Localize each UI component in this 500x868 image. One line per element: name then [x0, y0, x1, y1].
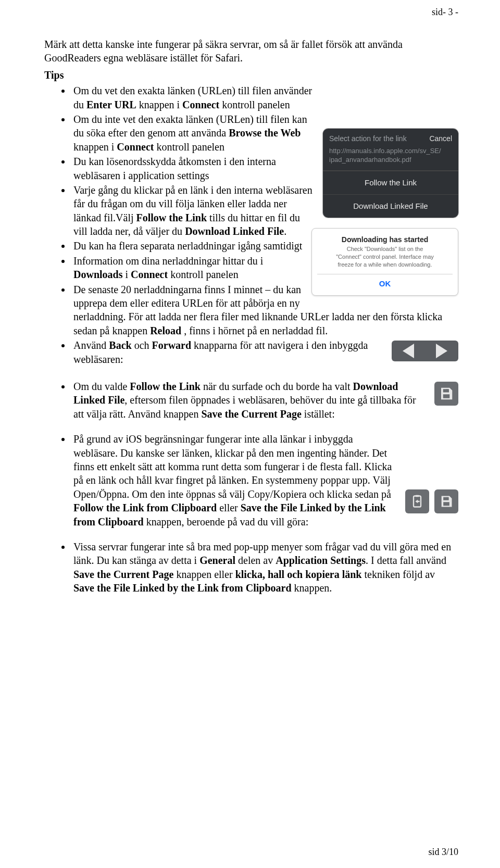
emph: klicka, hall och kopiera länk — [235, 569, 362, 580]
text: Du kan ha flera separata nerladdningar i… — [73, 240, 302, 251]
list-item: Vissa servrar fungerar inte så bra med p… — [71, 540, 458, 595]
link-action-dialog-figure: Select action for the link Cancel http:/… — [323, 129, 458, 218]
document-page: sid- 3 - Märk att detta kanske inte fung… — [0, 0, 500, 868]
tips-list-3: På grund av iOS begränsningar fungerar i… — [44, 432, 458, 529]
link-action-dialog: Select action for the link Cancel http:/… — [323, 129, 458, 218]
list-item: Information om dina nerladdningar hittar… — [71, 254, 323, 282]
text: kontroll panelen — [219, 99, 290, 110]
text: , finns i hörnet på en nerladdad fil. — [181, 325, 328, 336]
list-item: Om du vet den exakta länken (URLen) till… — [71, 84, 458, 111]
text: Om du valde — [73, 381, 130, 392]
toast-line2: "Connect" control panel. Interface may — [317, 253, 453, 261]
emph: Follow the Link — [130, 381, 201, 392]
emph: Forward — [152, 339, 192, 351]
text: i — [122, 269, 131, 280]
emph: Download Linked File — [185, 225, 284, 237]
save-page-icon-figure — [434, 382, 458, 406]
emph: Application Settings — [276, 555, 366, 566]
follow-link-clipboard-button[interactable] — [405, 489, 429, 513]
emph: Browse the Web — [229, 127, 301, 139]
emph: Follow the Link from Clipboard — [73, 502, 217, 513]
toast-title: Downloading has started — [317, 235, 453, 244]
text: och — [132, 339, 152, 351]
intro-text: Märk att detta kanske inte fungerar på s… — [44, 39, 403, 64]
text: kontroll panelen — [154, 141, 224, 153]
forward-icon[interactable] — [436, 344, 447, 358]
clipboard-arrow-icon — [410, 494, 424, 509]
text: Du kan lösenordsskydda åtkomsten i den i… — [73, 156, 276, 181]
dialog-cancel[interactable]: Cancel — [429, 134, 452, 143]
emph: Follow the Link — [136, 212, 207, 223]
text: På grund av iOS begränsningar fungerar i… — [73, 433, 392, 500]
text: eller — [217, 502, 241, 513]
list-item: Använd Back och Forward knapparna för at… — [71, 338, 458, 366]
tips-list: Om du vet den exakta länken (URLen) till… — [44, 84, 458, 366]
footer-page-number: sid 3/10 — [428, 846, 458, 859]
text: knappen i — [73, 141, 117, 153]
dialog-url-line1: http://manuals.info.apple.com/sv_SE/ — [329, 147, 452, 156]
dialog-url-line2: ipad_anvandarhandbok.pdf — [329, 156, 452, 165]
intro-paragraph: Märk att detta kanske inte fungerar på s… — [44, 37, 458, 65]
save-link-clipboard-button[interactable] — [434, 489, 458, 513]
download-toast-figure: Downloading has started Check "Downloads… — [311, 228, 458, 296]
list-item: På grund av iOS begränsningar fungerar i… — [71, 432, 458, 529]
text: tekniken följd av — [362, 569, 435, 580]
emph: Save the Current Page — [201, 408, 301, 420]
list-item: Om du valde Follow the Link när du surfa… — [71, 380, 458, 421]
clipboard-floppy-icon — [439, 494, 454, 509]
emph: Enter URL — [86, 99, 136, 110]
emph: Back — [109, 339, 131, 351]
emph: Connect — [117, 141, 154, 153]
toast-line3: freeze for a while when downloading. — [317, 261, 453, 269]
emph: General — [199, 555, 235, 566]
text: knappen. — [292, 582, 332, 594]
text: . I detta fall använd — [366, 555, 446, 566]
text: istället: — [302, 408, 335, 420]
emph: Save the File Linked by the Link from Cl… — [73, 582, 292, 594]
tips-list-4: Vissa servrar fungerar inte så bra med p… — [44, 540, 458, 595]
clipboard-icons-figure — [405, 489, 458, 513]
emph: Save the Current Page — [73, 569, 173, 580]
emph: Downloads — [73, 269, 122, 280]
download-toast: Downloading has started Check "Downloads… — [311, 228, 458, 296]
text: Information om dina nerladdningar hittar… — [73, 255, 263, 267]
text: när du surfade och du borde ha valt — [201, 381, 353, 392]
svg-rect-3 — [446, 497, 447, 500]
back-icon[interactable] — [403, 344, 414, 358]
tips-list-2: Om du valde Follow the Link när du surfa… — [44, 380, 458, 421]
svg-rect-2 — [416, 495, 419, 497]
emph: Reload — [150, 325, 181, 336]
text: knappen i — [136, 99, 182, 110]
svg-rect-0 — [446, 389, 448, 392]
text: . — [284, 225, 286, 237]
text: kontroll panelen — [168, 269, 239, 280]
toast-line1: Check "Downloads" list on the — [317, 245, 453, 253]
header-page-number: sid- 3 - — [432, 6, 458, 19]
emph: Connect — [182, 99, 219, 110]
floppy-disk-icon[interactable] — [439, 386, 454, 401]
emph: Connect — [131, 269, 168, 280]
dialog-title: Select action for the link — [329, 134, 407, 143]
tips-heading: Tips — [44, 68, 458, 82]
list-item: Varje gång du klickar på en länk i den i… — [71, 183, 323, 238]
text: delen av — [235, 555, 276, 566]
nav-buttons-figure — [392, 341, 458, 361]
toast-ok-button[interactable]: OK — [317, 274, 453, 289]
text: knappen eller — [173, 569, 235, 580]
text: Använd — [73, 339, 109, 351]
dialog-download-linked-file[interactable]: Download Linked File — [323, 194, 458, 218]
text: knappen, beroende på vad du vill göra: — [144, 516, 309, 527]
dialog-follow-link[interactable]: Follow the Link — [323, 171, 458, 194]
